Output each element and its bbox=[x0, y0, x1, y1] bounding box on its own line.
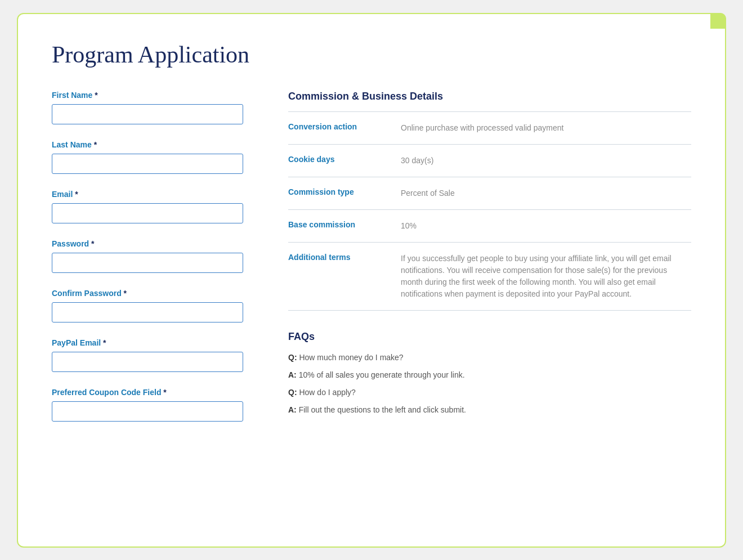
input-paypal-email[interactable] bbox=[52, 352, 243, 372]
commission-row-value: Percent of Sale bbox=[401, 177, 691, 209]
commission-row-label: Base commission bbox=[288, 209, 401, 242]
faqs-section: FAQs Q: How much money do I make?A: 10% … bbox=[288, 331, 691, 416]
faq-item: Q: How much money do I make? bbox=[288, 352, 691, 364]
page-title: Program Application bbox=[52, 41, 691, 68]
faq-item: Q: How do I apply? bbox=[288, 387, 691, 398]
input-password[interactable] bbox=[52, 253, 243, 273]
input-coupon-code[interactable] bbox=[52, 401, 243, 422]
label-paypal-email: PayPal Email * bbox=[52, 338, 243, 347]
form-group-confirm-password: Confirm Password * bbox=[52, 289, 243, 322]
commission-row-label: Commission type bbox=[288, 177, 401, 209]
required-star: * bbox=[103, 338, 106, 347]
faqs-list: Q: How much money do I make?A: 10% of al… bbox=[288, 352, 691, 416]
label-first-name: First Name * bbox=[52, 91, 243, 100]
commission-row: Additional termsIf you successfully get … bbox=[288, 242, 691, 310]
commission-row: Base commission10% bbox=[288, 209, 691, 242]
commission-row-label: Cookie days bbox=[288, 144, 401, 177]
required-star: * bbox=[91, 239, 94, 248]
commission-row-value: Online purchase with processed valid pay… bbox=[401, 111, 691, 144]
form-group-last-name: Last Name * bbox=[52, 140, 243, 174]
info-column: Commission & Business Details Conversion… bbox=[288, 91, 691, 422]
commission-section-title: Commission & Business Details bbox=[288, 91, 691, 102]
label-last-name: Last Name * bbox=[52, 140, 243, 149]
commission-row-label: Additional terms bbox=[288, 242, 401, 310]
faq-answer-text: 10% of all sales you generate through yo… bbox=[299, 370, 465, 379]
faq-question-label: Q: bbox=[288, 353, 299, 362]
input-last-name[interactable] bbox=[52, 154, 243, 174]
required-star: * bbox=[75, 190, 78, 199]
faq-answer-item: A: Fill out the questions to the left an… bbox=[288, 404, 691, 416]
form-group-paypal-email: PayPal Email * bbox=[52, 338, 243, 372]
required-star: * bbox=[95, 91, 97, 100]
input-first-name[interactable] bbox=[52, 104, 243, 124]
form-group-first-name: First Name * bbox=[52, 91, 243, 124]
faqs-title: FAQs bbox=[288, 331, 691, 343]
commission-row-label: Conversion action bbox=[288, 111, 401, 144]
commission-row-value: If you successfully get people to buy us… bbox=[401, 242, 691, 310]
label-password: Password * bbox=[52, 239, 243, 248]
label-confirm-password: Confirm Password * bbox=[52, 289, 243, 298]
faq-question-text: How much money do I make? bbox=[299, 353, 403, 362]
label-email: Email * bbox=[52, 190, 243, 199]
form-group-coupon-code: Preferred Coupon Code Field * bbox=[52, 388, 243, 422]
input-confirm-password[interactable] bbox=[52, 302, 243, 322]
label-coupon-code: Preferred Coupon Code Field * bbox=[52, 388, 243, 397]
required-star: * bbox=[163, 388, 166, 397]
faq-question-text: How do I apply? bbox=[299, 388, 355, 397]
page-container: Program Application First Name *Last Nam… bbox=[17, 13, 726, 548]
form-group-password: Password * bbox=[52, 239, 243, 273]
form-group-email: Email * bbox=[52, 190, 243, 223]
form-column: First Name *Last Name *Email *Password *… bbox=[52, 91, 243, 437]
commission-row: Cookie days30 day(s) bbox=[288, 144, 691, 177]
commission-row: Conversion actionOnline purchase with pr… bbox=[288, 111, 691, 144]
faq-question-label: Q: bbox=[288, 388, 299, 397]
faq-answer-text: Fill out the questions to the left and c… bbox=[299, 405, 466, 414]
commission-row-value: 10% bbox=[401, 209, 691, 242]
required-star: * bbox=[124, 289, 127, 298]
input-email[interactable] bbox=[52, 203, 243, 223]
commission-row-value: 30 day(s) bbox=[401, 144, 691, 177]
required-star: * bbox=[94, 140, 97, 149]
faq-answer-label: A: bbox=[288, 370, 299, 379]
commission-table: Conversion actionOnline purchase with pr… bbox=[288, 111, 691, 311]
commission-row: Commission typePercent of Sale bbox=[288, 177, 691, 209]
two-column-layout: First Name *Last Name *Email *Password *… bbox=[52, 91, 691, 437]
faq-answer-label: A: bbox=[288, 405, 299, 414]
faq-answer-item: A: 10% of all sales you generate through… bbox=[288, 369, 691, 381]
